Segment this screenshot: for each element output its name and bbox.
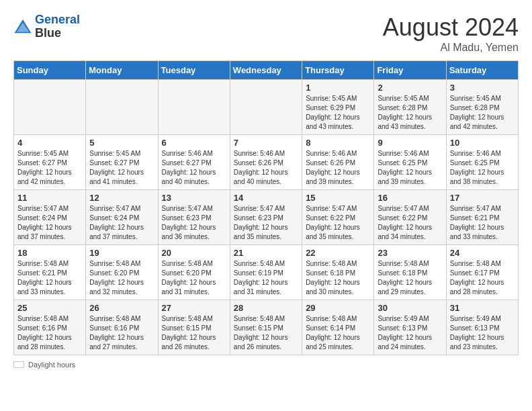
day-number: 30 — [378, 303, 442, 313]
day-number: 2 — [378, 83, 442, 93]
day-number: 7 — [234, 138, 298, 148]
day-number: 18 — [17, 248, 82, 258]
day-info: Sunrise: 5:48 AM Sunset: 6:21 PM Dayligh… — [17, 259, 82, 297]
daylight-label: Daylight hours — [28, 361, 75, 369]
weekday-header: Wednesday — [230, 61, 302, 80]
day-info: Sunrise: 5:47 AM Sunset: 6:22 PM Dayligh… — [378, 204, 442, 242]
day-number: 10 — [450, 138, 515, 148]
month-title: August 2024 — [383, 13, 519, 42]
day-info: Sunrise: 5:48 AM Sunset: 6:19 PM Dayligh… — [234, 259, 298, 297]
day-info: Sunrise: 5:48 AM Sunset: 6:14 PM Dayligh… — [306, 314, 370, 352]
logo-icon — [13, 17, 32, 36]
calendar-cell: 9Sunrise: 5:46 AM Sunset: 6:25 PM Daylig… — [374, 135, 446, 190]
weekday-header: Sunday — [14, 61, 86, 80]
day-number: 29 — [306, 303, 370, 313]
day-info: Sunrise: 5:47 AM Sunset: 6:24 PM Dayligh… — [17, 204, 82, 242]
day-number: 6 — [162, 138, 226, 148]
calendar-cell — [86, 80, 158, 135]
calendar-cell: 5Sunrise: 5:45 AM Sunset: 6:27 PM Daylig… — [86, 135, 158, 190]
day-number: 17 — [450, 193, 515, 203]
day-info: Sunrise: 5:47 AM Sunset: 6:24 PM Dayligh… — [89, 204, 154, 242]
day-info: Sunrise: 5:46 AM Sunset: 6:25 PM Dayligh… — [450, 149, 515, 187]
logo: GeneralBlue — [13, 13, 80, 40]
weekday-header: Tuesday — [158, 61, 230, 80]
calendar-cell: 25Sunrise: 5:48 AM Sunset: 6:16 PM Dayli… — [14, 300, 86, 355]
day-info: Sunrise: 5:47 AM Sunset: 6:22 PM Dayligh… — [306, 204, 370, 242]
calendar-cell: 17Sunrise: 5:47 AM Sunset: 6:21 PM Dayli… — [446, 190, 518, 245]
calendar-cell: 19Sunrise: 5:48 AM Sunset: 6:20 PM Dayli… — [86, 245, 158, 300]
day-number: 12 — [89, 193, 154, 203]
day-number: 16 — [378, 193, 442, 203]
day-number: 9 — [378, 138, 442, 148]
weekday-header: Monday — [86, 61, 158, 80]
daylight-swatch — [13, 361, 24, 368]
day-info: Sunrise: 5:45 AM Sunset: 6:29 PM Dayligh… — [306, 94, 370, 132]
day-number: 25 — [17, 303, 82, 313]
title-block: August 2024 Al Madu, Yemen — [383, 13, 519, 54]
calendar-cell — [230, 80, 302, 135]
calendar-cell — [14, 80, 86, 135]
day-number: 24 — [450, 248, 515, 258]
calendar-cell: 4Sunrise: 5:45 AM Sunset: 6:27 PM Daylig… — [14, 135, 86, 190]
day-info: Sunrise: 5:49 AM Sunset: 6:13 PM Dayligh… — [378, 314, 442, 352]
calendar-cell: 11Sunrise: 5:47 AM Sunset: 6:24 PM Dayli… — [14, 190, 86, 245]
calendar-cell: 24Sunrise: 5:48 AM Sunset: 6:17 PM Dayli… — [446, 245, 518, 300]
day-info: Sunrise: 5:47 AM Sunset: 6:23 PM Dayligh… — [234, 204, 298, 242]
day-number: 14 — [234, 193, 298, 203]
day-info: Sunrise: 5:45 AM Sunset: 6:28 PM Dayligh… — [450, 94, 515, 132]
calendar-body: 1Sunrise: 5:45 AM Sunset: 6:29 PM Daylig… — [14, 80, 519, 355]
day-info: Sunrise: 5:48 AM Sunset: 6:20 PM Dayligh… — [89, 259, 154, 297]
day-number: 11 — [17, 193, 82, 203]
calendar-cell — [158, 80, 230, 135]
calendar-week-row: 18Sunrise: 5:48 AM Sunset: 6:21 PM Dayli… — [14, 245, 519, 300]
weekday-header: Saturday — [446, 61, 518, 80]
weekday-header: Friday — [374, 61, 446, 80]
day-info: Sunrise: 5:47 AM Sunset: 6:21 PM Dayligh… — [450, 204, 515, 242]
day-number: 27 — [162, 303, 226, 313]
calendar-cell: 26Sunrise: 5:48 AM Sunset: 6:16 PM Dayli… — [86, 300, 158, 355]
weekday-row: SundayMondayTuesdayWednesdayThursdayFrid… — [14, 61, 519, 80]
day-info: Sunrise: 5:46 AM Sunset: 6:25 PM Dayligh… — [378, 149, 442, 187]
day-number: 4 — [17, 138, 82, 148]
calendar-cell: 23Sunrise: 5:48 AM Sunset: 6:18 PM Dayli… — [374, 245, 446, 300]
calendar-week-row: 1Sunrise: 5:45 AM Sunset: 6:29 PM Daylig… — [14, 80, 519, 135]
day-info: Sunrise: 5:48 AM Sunset: 6:15 PM Dayligh… — [234, 314, 298, 352]
day-info: Sunrise: 5:48 AM Sunset: 6:17 PM Dayligh… — [450, 259, 515, 297]
calendar-cell: 13Sunrise: 5:47 AM Sunset: 6:23 PM Dayli… — [158, 190, 230, 245]
calendar-cell: 27Sunrise: 5:48 AM Sunset: 6:15 PM Dayli… — [158, 300, 230, 355]
calendar-cell: 22Sunrise: 5:48 AM Sunset: 6:18 PM Dayli… — [302, 245, 374, 300]
calendar-cell: 6Sunrise: 5:46 AM Sunset: 6:27 PM Daylig… — [158, 135, 230, 190]
day-info: Sunrise: 5:48 AM Sunset: 6:18 PM Dayligh… — [306, 259, 370, 297]
calendar-cell: 30Sunrise: 5:49 AM Sunset: 6:13 PM Dayli… — [374, 300, 446, 355]
day-number: 15 — [306, 193, 370, 203]
calendar-cell: 16Sunrise: 5:47 AM Sunset: 6:22 PM Dayli… — [374, 190, 446, 245]
footer: Daylight hours — [13, 361, 519, 369]
calendar-cell: 10Sunrise: 5:46 AM Sunset: 6:25 PM Dayli… — [446, 135, 518, 190]
day-number: 1 — [306, 83, 370, 93]
day-info: Sunrise: 5:48 AM Sunset: 6:16 PM Dayligh… — [89, 314, 154, 352]
calendar-cell: 14Sunrise: 5:47 AM Sunset: 6:23 PM Dayli… — [230, 190, 302, 245]
calendar-week-row: 11Sunrise: 5:47 AM Sunset: 6:24 PM Dayli… — [14, 190, 519, 245]
calendar-cell: 7Sunrise: 5:46 AM Sunset: 6:26 PM Daylig… — [230, 135, 302, 190]
day-number: 19 — [89, 248, 154, 258]
calendar-cell: 29Sunrise: 5:48 AM Sunset: 6:14 PM Dayli… — [302, 300, 374, 355]
day-info: Sunrise: 5:48 AM Sunset: 6:20 PM Dayligh… — [162, 259, 226, 297]
calendar-cell: 20Sunrise: 5:48 AM Sunset: 6:20 PM Dayli… — [158, 245, 230, 300]
day-number: 3 — [450, 83, 515, 93]
day-number: 28 — [234, 303, 298, 313]
day-number: 5 — [89, 138, 154, 148]
calendar-cell: 1Sunrise: 5:45 AM Sunset: 6:29 PM Daylig… — [302, 80, 374, 135]
day-number: 20 — [162, 248, 226, 258]
calendar-cell: 15Sunrise: 5:47 AM Sunset: 6:22 PM Dayli… — [302, 190, 374, 245]
day-number: 22 — [306, 248, 370, 258]
day-number: 21 — [234, 248, 298, 258]
calendar-week-row: 4Sunrise: 5:45 AM Sunset: 6:27 PM Daylig… — [14, 135, 519, 190]
day-number: 23 — [378, 248, 442, 258]
weekday-header: Thursday — [302, 61, 374, 80]
day-info: Sunrise: 5:49 AM Sunset: 6:13 PM Dayligh… — [450, 314, 515, 352]
day-info: Sunrise: 5:46 AM Sunset: 6:26 PM Dayligh… — [306, 149, 370, 187]
day-info: Sunrise: 5:45 AM Sunset: 6:28 PM Dayligh… — [378, 94, 442, 132]
calendar-cell: 21Sunrise: 5:48 AM Sunset: 6:19 PM Dayli… — [230, 245, 302, 300]
day-info: Sunrise: 5:46 AM Sunset: 6:27 PM Dayligh… — [162, 149, 226, 187]
day-info: Sunrise: 5:48 AM Sunset: 6:16 PM Dayligh… — [17, 314, 82, 352]
